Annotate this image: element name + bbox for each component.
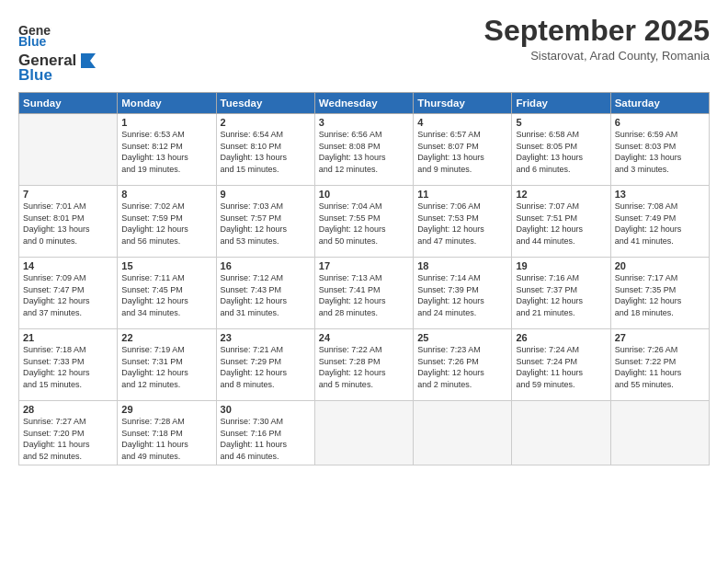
day-number: 10	[319, 189, 409, 200]
day-number: 25	[417, 332, 507, 343]
day-number: 18	[417, 260, 507, 271]
calendar-cell: 12Sunrise: 7:07 AMSunset: 7:51 PMDayligh…	[512, 186, 610, 258]
weekday-friday: Friday	[512, 93, 610, 114]
day-info: Sunrise: 7:03 AMSunset: 7:57 PMDaylight:…	[221, 201, 311, 247]
day-number: 20	[615, 260, 705, 271]
calendar-table: SundayMondayTuesdayWednesdayThursdayFrid…	[18, 92, 710, 465]
day-number: 5	[516, 117, 606, 128]
calendar-cell: 6Sunrise: 6:59 AMSunset: 8:03 PMDaylight…	[610, 114, 709, 186]
month-title: September 2025	[484, 15, 710, 47]
calendar-cell: 11Sunrise: 7:06 AMSunset: 7:53 PMDayligh…	[414, 186, 512, 258]
day-number: 7	[23, 189, 113, 200]
day-info: Sunrise: 7:16 AMSunset: 7:37 PMDaylight:…	[516, 272, 606, 318]
calendar-cell: 13Sunrise: 7:08 AMSunset: 7:49 PMDayligh…	[610, 186, 709, 258]
calendar-cell: 18Sunrise: 7:14 AMSunset: 7:39 PMDayligh…	[414, 258, 512, 329]
calendar-cell: 17Sunrise: 7:13 AMSunset: 7:41 PMDayligh…	[314, 258, 413, 329]
calendar-cell: 25Sunrise: 7:23 AMSunset: 7:26 PMDayligh…	[414, 329, 512, 401]
calendar-cell: 5Sunrise: 6:58 AMSunset: 8:05 PMDaylight…	[512, 114, 610, 186]
week-row-4: 21Sunrise: 7:18 AMSunset: 7:33 PMDayligh…	[19, 329, 710, 401]
day-info: Sunrise: 6:54 AMSunset: 8:10 PMDaylight:…	[221, 129, 311, 175]
day-number: 23	[221, 332, 311, 343]
day-info: Sunrise: 7:28 AMSunset: 7:18 PMDaylight:…	[121, 416, 211, 462]
day-number: 12	[516, 189, 606, 200]
day-info: Sunrise: 7:17 AMSunset: 7:35 PMDaylight:…	[615, 272, 705, 318]
day-number: 11	[417, 189, 507, 200]
calendar-cell: 10Sunrise: 7:04 AMSunset: 7:55 PMDayligh…	[314, 186, 413, 258]
day-info: Sunrise: 7:04 AMSunset: 7:55 PMDaylight:…	[319, 201, 409, 247]
week-row-3: 14Sunrise: 7:09 AMSunset: 7:47 PMDayligh…	[19, 258, 710, 329]
day-info: Sunrise: 7:02 AMSunset: 7:59 PMDaylight:…	[121, 201, 211, 247]
header: General Blue General Blue September 2025…	[18, 15, 710, 85]
week-row-2: 7Sunrise: 7:01 AMSunset: 8:01 PMDaylight…	[19, 186, 710, 258]
calendar-cell: 22Sunrise: 7:19 AMSunset: 7:31 PMDayligh…	[118, 329, 216, 401]
day-number: 26	[516, 332, 606, 343]
svg-marker-2	[81, 53, 96, 68]
day-info: Sunrise: 7:07 AMSunset: 7:51 PMDaylight:…	[516, 201, 606, 247]
calendar-cell: 15Sunrise: 7:11 AMSunset: 7:45 PMDayligh…	[118, 258, 216, 329]
day-number: 1	[121, 117, 211, 128]
day-info: Sunrise: 7:22 AMSunset: 7:28 PMDaylight:…	[319, 344, 409, 390]
week-row-5: 28Sunrise: 7:27 AMSunset: 7:20 PMDayligh…	[19, 401, 710, 465]
weekday-monday: Monday	[118, 93, 216, 114]
day-number: 19	[516, 260, 606, 271]
day-number: 28	[23, 404, 113, 415]
calendar-cell: 27Sunrise: 7:26 AMSunset: 7:22 PMDayligh…	[610, 329, 709, 401]
calendar-cell: 21Sunrise: 7:18 AMSunset: 7:33 PMDayligh…	[19, 329, 118, 401]
day-info: Sunrise: 7:12 AMSunset: 7:43 PMDaylight:…	[221, 272, 311, 318]
day-info: Sunrise: 7:13 AMSunset: 7:41 PMDaylight:…	[319, 272, 409, 318]
day-number: 6	[615, 117, 705, 128]
calendar-cell: 1Sunrise: 6:53 AMSunset: 8:12 PMDaylight…	[118, 114, 216, 186]
calendar-cell: 9Sunrise: 7:03 AMSunset: 7:57 PMDaylight…	[216, 186, 314, 258]
day-info: Sunrise: 7:23 AMSunset: 7:26 PMDaylight:…	[417, 344, 507, 390]
day-info: Sunrise: 7:14 AMSunset: 7:39 PMDaylight:…	[417, 272, 507, 318]
day-info: Sunrise: 6:57 AMSunset: 8:07 PMDaylight:…	[417, 129, 507, 175]
calendar-cell: 4Sunrise: 6:57 AMSunset: 8:07 PMDaylight…	[414, 114, 512, 186]
calendar-cell: 2Sunrise: 6:54 AMSunset: 8:10 PMDaylight…	[216, 114, 314, 186]
calendar-cell	[414, 401, 512, 465]
day-info: Sunrise: 7:08 AMSunset: 7:49 PMDaylight:…	[615, 201, 705, 247]
calendar-cell: 3Sunrise: 6:56 AMSunset: 8:08 PMDaylight…	[314, 114, 413, 186]
calendar-cell: 16Sunrise: 7:12 AMSunset: 7:43 PMDayligh…	[216, 258, 314, 329]
logo: General Blue General Blue	[18, 18, 97, 85]
calendar-cell: 20Sunrise: 7:17 AMSunset: 7:35 PMDayligh…	[610, 258, 709, 329]
logo-flag-icon	[77, 52, 97, 70]
weekday-sunday: Sunday	[19, 93, 118, 114]
logo-blue: Blue	[18, 66, 52, 85]
title-block: September 2025 Sistarovat, Arad County, …	[484, 15, 710, 63]
calendar-cell: 29Sunrise: 7:28 AMSunset: 7:18 PMDayligh…	[118, 401, 216, 465]
calendar-cell: 24Sunrise: 7:22 AMSunset: 7:28 PMDayligh…	[314, 329, 413, 401]
day-number: 17	[319, 260, 409, 271]
day-number: 29	[121, 404, 211, 415]
day-number: 27	[615, 332, 705, 343]
calendar-cell: 26Sunrise: 7:24 AMSunset: 7:24 PMDayligh…	[512, 329, 610, 401]
calendar-cell	[314, 401, 413, 465]
day-info: Sunrise: 6:59 AMSunset: 8:03 PMDaylight:…	[615, 129, 705, 175]
day-number: 16	[221, 260, 311, 271]
calendar-cell	[512, 401, 610, 465]
day-number: 2	[221, 117, 311, 128]
calendar-cell	[610, 401, 709, 465]
weekday-wednesday: Wednesday	[314, 93, 413, 114]
calendar-cell: 30Sunrise: 7:30 AMSunset: 7:16 PMDayligh…	[216, 401, 314, 465]
location: Sistarovat, Arad County, Romania	[484, 49, 710, 63]
day-info: Sunrise: 6:53 AMSunset: 8:12 PMDaylight:…	[121, 129, 211, 175]
svg-text:Blue: Blue	[18, 34, 47, 49]
day-info: Sunrise: 7:24 AMSunset: 7:24 PMDaylight:…	[516, 344, 606, 390]
day-number: 3	[319, 117, 409, 128]
day-number: 14	[23, 260, 113, 271]
calendar-cell: 7Sunrise: 7:01 AMSunset: 8:01 PMDaylight…	[19, 186, 118, 258]
calendar-cell: 19Sunrise: 7:16 AMSunset: 7:37 PMDayligh…	[512, 258, 610, 329]
day-info: Sunrise: 7:26 AMSunset: 7:22 PMDaylight:…	[615, 344, 705, 390]
day-info: Sunrise: 7:11 AMSunset: 7:45 PMDaylight:…	[121, 272, 211, 318]
calendar-cell	[19, 114, 118, 186]
day-info: Sunrise: 7:01 AMSunset: 8:01 PMDaylight:…	[23, 201, 113, 247]
day-info: Sunrise: 7:09 AMSunset: 7:47 PMDaylight:…	[23, 272, 113, 318]
day-number: 13	[615, 189, 705, 200]
calendar-cell: 23Sunrise: 7:21 AMSunset: 7:29 PMDayligh…	[216, 329, 314, 401]
day-number: 4	[417, 117, 507, 128]
day-number: 8	[121, 189, 211, 200]
weekday-saturday: Saturday	[610, 93, 709, 114]
weekday-header-row: SundayMondayTuesdayWednesdayThursdayFrid…	[19, 93, 710, 114]
day-number: 24	[319, 332, 409, 343]
day-info: Sunrise: 6:56 AMSunset: 8:08 PMDaylight:…	[319, 129, 409, 175]
